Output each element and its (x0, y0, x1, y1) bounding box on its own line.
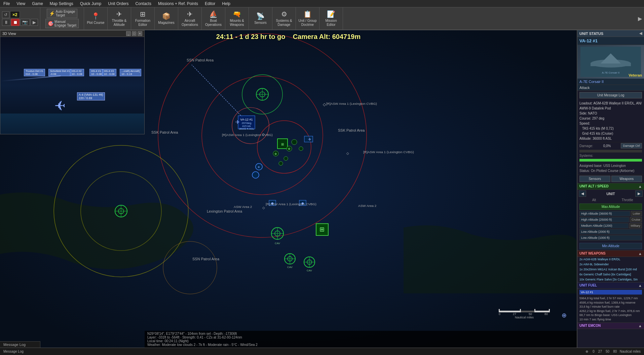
rasw-label-1: [R]ASW Area 1 (Lexington CVBG) (326, 102, 377, 105)
menu-view[interactable]: View (13, 1, 29, 7)
systems-damage-btn[interactable]: ⚙ Systems &Damage (272, 7, 296, 30)
unit-va12[interactable]: VA-12 #1 297/deg 415 kts 36000 ft ASL ✈ (235, 116, 255, 130)
svg-text:297/deg: 297/deg (242, 122, 252, 125)
aircraft-operations-btn[interactable]: ✈ AircraftOperations (178, 7, 202, 30)
scale-0: 0 (499, 312, 500, 316)
damage-ctrl-btn[interactable]: Damage Ctrl (621, 143, 642, 148)
svg-text:⊕: ⊕ (258, 166, 260, 169)
weapons-collapse[interactable]: ▲ (638, 252, 642, 256)
coord-marker-4: ◇ (262, 206, 265, 210)
max-alt-btn[interactable]: Max Altitude (579, 204, 642, 210)
scale-unit: Nautical miles (499, 316, 550, 319)
unit-asw-1[interactable]: ⊕ (256, 164, 262, 170)
fuel-section-header: UNIT FUEL ▲ (577, 282, 644, 289)
unit-group-4[interactable] (299, 147, 303, 151)
unit-type: A-7E Corsair II (577, 79, 644, 85)
unit-group-doctrine-btn[interactable]: 📋 Unit / GroupDoctrine (296, 7, 319, 30)
alt-col-label: Alt (577, 197, 611, 203)
manual-engage-btn[interactable]: 🎯 ManualEngage Target (45, 19, 79, 28)
sensors-btn-toolbar[interactable]: 📡 Sensors (249, 7, 272, 30)
menu-map-settings[interactable]: Map Settings (46, 1, 77, 7)
nav-next-btn[interactable]: ▶ (635, 190, 643, 197)
svg-point-28 (252, 172, 259, 178)
plot-course-btn[interactable]: 📍 Plot Course (84, 7, 108, 30)
view-3d-minimize[interactable]: _ (126, 31, 131, 36)
unit-group-2[interactable]: ⊕ (273, 151, 278, 156)
fuel-collapse[interactable]: ▲ (638, 283, 642, 287)
boat-operations-btn[interactable]: ⛵ BoatOperations (202, 7, 225, 30)
menu-missions[interactable]: Missions + Ref. Points (155, 1, 201, 7)
magazines-btn[interactable]: 📦 Magazines (155, 7, 178, 30)
alt-speed-collapse[interactable]: ▲ (638, 184, 642, 188)
fuel-info: 5964,8 kg total fuel, 2 hr 57 min, 1229,… (577, 296, 644, 322)
scale-80: 80 (544, 312, 548, 316)
aircraft-ops-icon: ✈ (187, 10, 193, 18)
boat-ops-icon: ⛵ (209, 10, 218, 18)
mounts-weapons-btn[interactable]: 🔫 Mounts &Weapons (225, 7, 249, 30)
unit-top[interactable] (256, 88, 268, 100)
menu-help[interactable]: Help (219, 1, 234, 7)
unit-status-title: UNIT STATUS (579, 32, 603, 36)
plot-course-icon: 📍 (91, 12, 100, 20)
stop-btn[interactable]: ⏹ (11, 19, 20, 26)
fast-btn[interactable]: ▶ (31, 19, 38, 26)
pause-btn[interactable]: ⏸ (2, 19, 10, 26)
nav-prev-btn[interactable]: ◀ (579, 190, 586, 197)
unit-nav-label: UNIT (606, 192, 615, 196)
svg-text:36000 ft ASL: 36000 ft ASL (239, 127, 254, 130)
mission-editor-btn[interactable]: 📝 MissionEditor (319, 7, 343, 30)
weapons-btn[interactable]: Weapons (611, 176, 642, 182)
message-log-status[interactable]: Message Log (3, 350, 24, 353)
local-time: Local time: 00:24:11 (Night) (147, 339, 574, 343)
menu-quick-jump[interactable]: Quick Jump (77, 1, 105, 7)
unit-group-3[interactable] (292, 139, 297, 145)
formation-editor-btn[interactable]: ⊞ FormationEditor (131, 7, 155, 30)
unit-helo-1[interactable]: ✈ (304, 136, 313, 142)
unit-message-log-btn[interactable]: Unit Message Log (579, 92, 642, 98)
throttle-altitude-btn[interactable]: ✈ Throttle &Altitude (108, 7, 131, 30)
restart-btn[interactable]: ↺ (2, 11, 9, 18)
menu-editor[interactable]: Editor (201, 1, 219, 7)
damage-value: 0,0% (603, 144, 611, 148)
unit-group-6[interactable] (279, 162, 283, 166)
damage-label: Damage: (579, 144, 593, 148)
coord-indicator[interactable]: ⊕ (562, 312, 567, 319)
unit-building[interactable]: ⊞ (316, 224, 328, 235)
menu-file[interactable]: File (0, 1, 13, 7)
panel-toggle-btn[interactable]: ▶ (636, 7, 644, 30)
view-3d-close[interactable]: × (138, 31, 142, 36)
collapse-btn[interactable]: ◀ (639, 31, 642, 36)
menu-game[interactable]: Game (29, 1, 46, 7)
throttle-icon: ✈ (116, 10, 122, 18)
layer-info: Layer: -331ft to -564ft · Strength: 0,41… (147, 336, 574, 339)
sensors-icon: 📡 (256, 12, 265, 20)
weather-info: Weather: Moderate low clouds 2 - 7k ft -… (147, 343, 574, 347)
vapor-trail (0, 75, 61, 82)
auto-engage-btn[interactable]: ⚡ Auto EngageTarget (47, 9, 78, 18)
svg-text:VA-12 #1: VA-12 #1 (240, 118, 253, 121)
svg-point-25 (279, 162, 283, 166)
menu-unit-orders[interactable]: Unit Orders (105, 1, 132, 7)
assigned-base: Assigned base: USS Lexington (579, 163, 642, 168)
rasw-label-3: [R]ASW Area 1 (Lexington CVBG) (363, 150, 414, 154)
sensors-btn[interactable]: Sensors (579, 176, 610, 182)
unit-group-1[interactable]: ⊕ (287, 146, 292, 151)
svg-text:⊞: ⊞ (319, 226, 325, 233)
weapons-section-header: UNIT WEAPONS ▲ (577, 250, 644, 257)
magazines-icon: 📦 (162, 12, 171, 20)
unit-group-5[interactable] (284, 157, 288, 161)
message-log-btn[interactable]: Message Log (0, 341, 40, 348)
view-3d-maximize[interactable]: □ (132, 31, 137, 36)
min-alt-btn[interactable]: Min Altitude (579, 243, 642, 249)
systems-row: Systems: (577, 153, 644, 158)
speed-label: Speed: (579, 121, 642, 126)
menu-contacts[interactable]: Contacts (132, 1, 155, 7)
unit-nav-row: ◀ UNIT ▶ (577, 190, 644, 197)
emcon-collapse[interactable]: ▲ (638, 324, 642, 328)
unit-left-circle[interactable] (115, 205, 127, 217)
step-btn[interactable]: 📷 (20, 19, 30, 26)
unit-asw-2[interactable] (252, 172, 259, 178)
coord-icon: ⊕ (585, 350, 588, 353)
carrier-group[interactable]: ⊞ (277, 139, 288, 148)
map-area[interactable]: 24:11 - 1 d 23 hr to go Camera Alt: 6047… (0, 30, 577, 348)
